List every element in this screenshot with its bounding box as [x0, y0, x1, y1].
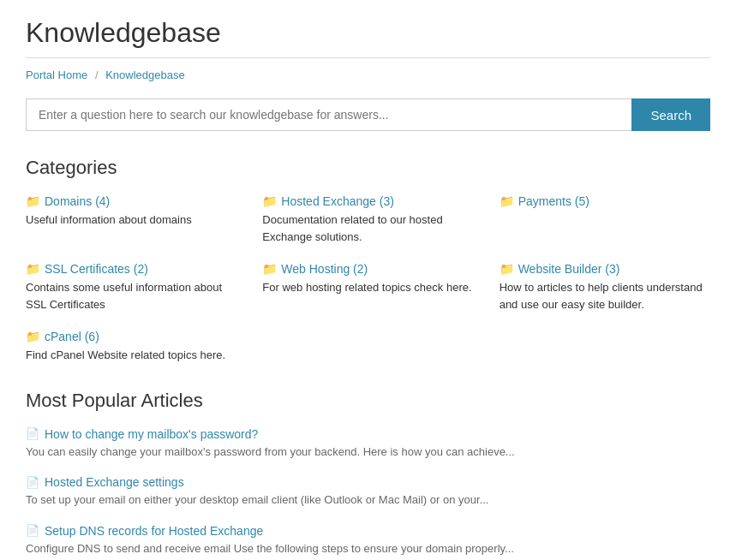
category-item: 📁 Hosted Exchange (3) Documentation rela…: [262, 194, 473, 245]
article-icon: 📄: [26, 427, 39, 440]
categories-title: Categories: [26, 157, 710, 179]
folder-icon: 📁: [26, 194, 40, 208]
search-input[interactable]: [26, 98, 631, 131]
category-label: cPanel (6): [45, 330, 99, 343]
categories-grid: 📁 Domains (4) Useful information about d…: [26, 194, 710, 364]
title-divider: [26, 57, 710, 58]
category-desc: Documentation related to our hosted Exch…: [262, 211, 473, 245]
article-excerpt: You can easily change your mailbox's pas…: [26, 444, 710, 461]
category-label: SSL Certificates (2): [45, 262, 148, 276]
article-link[interactable]: 📄 Setup DNS records for Hosted Exchange: [26, 524, 710, 538]
category-label: Website Builder (3): [518, 262, 620, 276]
article-title: Setup DNS records for Hosted Exchange: [45, 524, 263, 538]
category-item: 📁 Payments (5): [500, 194, 710, 245]
folder-icon: 📁: [26, 330, 40, 343]
breadcrumb-separator: /: [95, 69, 99, 81]
folder-icon: 📁: [500, 262, 514, 276]
breadcrumb-current[interactable]: Knowledgebase: [105, 69, 185, 81]
folder-icon: 📁: [26, 262, 40, 276]
article-icon: 📄: [26, 524, 39, 537]
category-item: 📁 Website Builder (3) How to articles to…: [500, 262, 710, 313]
category-link[interactable]: 📁 Hosted Exchange (3): [262, 194, 473, 208]
folder-icon: 📁: [262, 262, 277, 276]
search-button[interactable]: Search: [631, 98, 710, 131]
category-desc: Find cPanel Website related topics here.: [26, 347, 236, 364]
category-label: Hosted Exchange (3): [281, 194, 394, 208]
article-link[interactable]: 📄 Hosted Exchange settings: [26, 475, 710, 489]
breadcrumb-home[interactable]: Portal Home: [26, 69, 87, 81]
article-link[interactable]: 📄 How to change my mailbox's password?: [26, 427, 710, 441]
article-item: 📄 Setup DNS records for Hosted Exchange …: [26, 524, 710, 557]
article-excerpt: To set up your email on either your desk…: [26, 491, 710, 509]
folder-icon: 📁: [262, 194, 277, 208]
category-link[interactable]: 📁 Web Hosting (2): [262, 262, 473, 276]
category-desc: Contains some useful information about S…: [26, 279, 236, 313]
category-link[interactable]: 📁 Payments (5): [500, 194, 710, 208]
category-link[interactable]: 📁 Website Builder (3): [500, 262, 710, 276]
category-item: 📁 Web Hosting (2) For web hosting relate…: [262, 262, 473, 313]
articles-list: 📄 How to change my mailbox's password? Y…: [26, 427, 710, 561]
category-desc: Useful information about domains: [26, 211, 236, 229]
article-icon: 📄: [26, 476, 39, 489]
popular-articles-title: Most Popular Articles: [26, 390, 710, 412]
category-label: Payments (5): [518, 194, 589, 208]
category-label: Web Hosting (2): [281, 262, 368, 276]
article-title: Hosted Exchange settings: [45, 475, 184, 489]
category-item: 📁 Domains (4) Useful information about d…: [26, 194, 236, 245]
category-link[interactable]: 📁 cPanel (6): [26, 330, 236, 343]
category-desc: For web hosting related topics check her…: [262, 279, 473, 296]
article-item: 📄 Hosted Exchange settings To set up you…: [26, 475, 710, 509]
article-excerpt: Configure DNS to send and receive email …: [26, 540, 710, 557]
article-title: How to change my mailbox's password?: [45, 427, 258, 441]
category-link[interactable]: 📁 Domains (4): [26, 194, 236, 208]
category-item: 📁 SSL Certificates (2) Contains some use…: [26, 262, 236, 313]
category-item: 📁 cPanel (6) Find cPanel Website related…: [26, 330, 236, 364]
article-item: 📄 How to change my mailbox's password? Y…: [26, 427, 710, 461]
page-title: Knowledgebase: [26, 17, 710, 49]
popular-articles-section: Most Popular Articles 📄 How to change my…: [26, 390, 710, 561]
category-label: Domains (4): [45, 194, 110, 208]
categories-section: Categories 📁 Domains (4) Useful informat…: [26, 157, 710, 364]
breadcrumb: Portal Home / Knowledgebase: [26, 69, 710, 81]
folder-icon: 📁: [500, 194, 514, 208]
category-link[interactable]: 📁 SSL Certificates (2): [26, 262, 236, 276]
category-desc: How to articles to help clients understa…: [500, 279, 710, 313]
search-bar: Search: [26, 98, 710, 131]
